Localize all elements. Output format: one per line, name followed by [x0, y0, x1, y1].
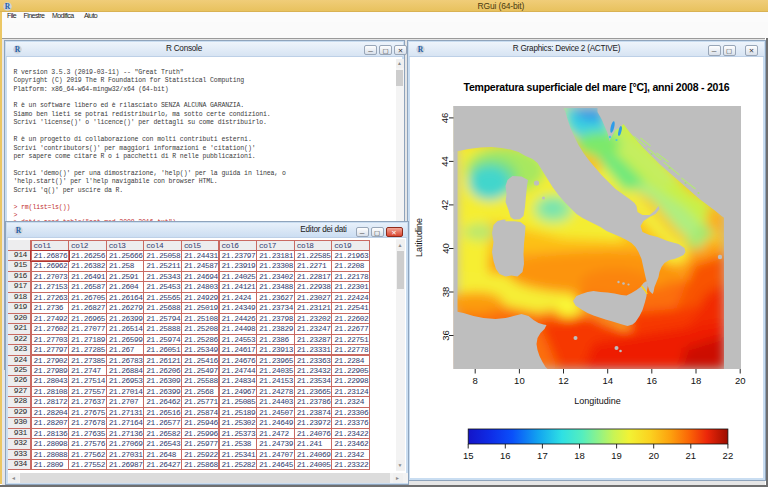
svg-text:38: 38 [440, 287, 451, 298]
svg-text:16: 16 [500, 450, 511, 461]
svg-text:20: 20 [735, 375, 746, 386]
svg-text:16: 16 [647, 375, 658, 386]
svg-text:36: 36 [440, 330, 451, 341]
svg-text:15: 15 [463, 450, 474, 461]
svg-text:R: R [15, 226, 21, 235]
svg-text:22: 22 [723, 450, 734, 461]
svg-text:Latitudine: Latitudine [414, 218, 424, 257]
svg-text:8: 8 [473, 375, 478, 386]
svg-text:19: 19 [611, 450, 622, 461]
svg-text:10: 10 [514, 375, 525, 386]
svg-text:12: 12 [558, 375, 569, 386]
svg-text:44: 44 [440, 156, 451, 167]
svg-text:40: 40 [440, 243, 451, 254]
svg-text:17: 17 [537, 450, 548, 461]
svg-text:18: 18 [574, 450, 585, 461]
svg-text:46: 46 [440, 113, 451, 124]
svg-text:R: R [418, 45, 424, 54]
svg-text:R: R [5, 2, 11, 11]
svg-text:Longitudine: Longitudine [574, 396, 621, 406]
svg-text:42: 42 [440, 200, 451, 211]
svg-text:20: 20 [648, 450, 659, 461]
svg-text:R: R [14, 45, 20, 54]
svg-text:21: 21 [686, 450, 697, 461]
svg-text:14: 14 [602, 375, 613, 386]
svg-text:18: 18 [691, 375, 702, 386]
